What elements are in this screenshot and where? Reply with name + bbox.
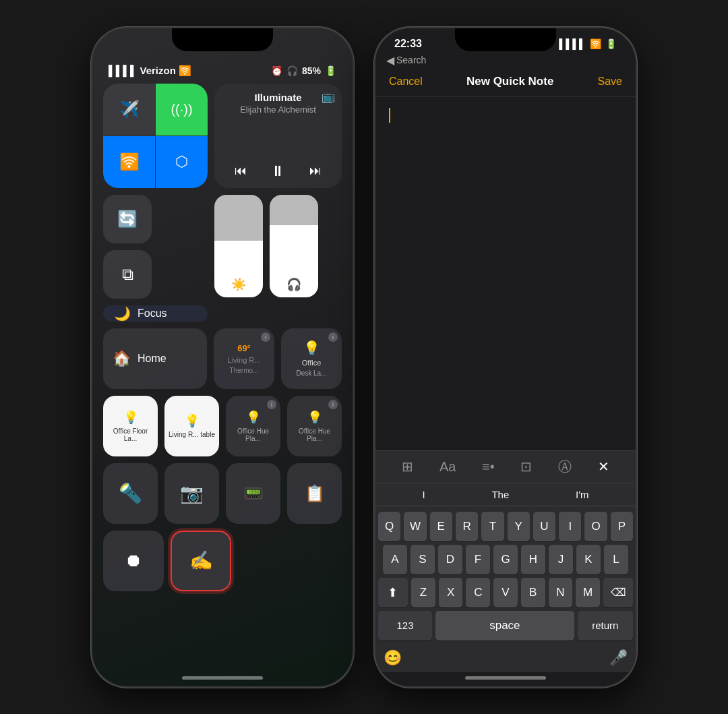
focus-label: Focus <box>138 307 167 320</box>
key-h[interactable]: H <box>521 545 545 574</box>
delete-key[interactable]: ⌫ <box>603 578 633 607</box>
space-key[interactable]: space <box>435 611 574 641</box>
key-q[interactable]: Q <box>378 512 400 541</box>
volume-slider[interactable]: 🎧 <box>270 195 318 297</box>
wifi-icon: 🛜 <box>119 152 140 171</box>
wifi-status-icon: 🛜 <box>590 38 601 49</box>
carrier-label: Verizon <box>140 65 176 76</box>
status-icons: ▌▌▌▌ 🛜 🔋 <box>559 38 617 49</box>
playback-controls: ⏮ ⏸ ⏭ <box>222 162 334 180</box>
notes-body[interactable] <box>375 97 636 450</box>
back-button[interactable]: ◀ Search <box>386 54 426 67</box>
flashlight-button[interactable]: 🔦 <box>103 463 158 524</box>
emoji-button[interactable]: 😊 <box>384 649 402 667</box>
wifi-button[interactable]: 🛜 <box>103 136 155 188</box>
office-hue-2-tile[interactable]: i 💡 Office Hue Pla... <box>287 396 342 456</box>
notes-screen: 22:33 ▌▌▌▌ 🛜 🔋 ◀ Search Cancel New Quick… <box>375 28 636 686</box>
camera-button[interactable]: 📷 <box>164 463 219 524</box>
key-j[interactable]: J <box>549 545 573 574</box>
save-button[interactable]: Save <box>598 76 622 88</box>
list-toolbar-button[interactable]: ≡• <box>482 459 495 475</box>
suggestion-3[interactable]: I'm <box>576 489 589 500</box>
key-a[interactable]: A <box>383 545 407 574</box>
office-hue-1-tile[interactable]: i 💡 Office Hue Pla... <box>226 396 280 456</box>
control-center-screen: ▌▌▌▌ Verizon 🛜 ⏰ 🎧 85% 🔋 ✈️ <box>92 28 353 686</box>
brightness-icon: ☀️ <box>231 277 246 292</box>
desk-lamp-tile[interactable]: i 💡 Office Desk La... <box>281 328 342 389</box>
key-l[interactable]: L <box>604 545 628 574</box>
key-r[interactable]: R <box>456 512 478 541</box>
bluetooth-button[interactable]: ⬡ <box>156 136 208 188</box>
suggestion-2[interactable]: The <box>491 489 509 500</box>
notes-header: Cancel New Quick Note Save <box>375 71 636 97</box>
key-c[interactable]: C <box>466 578 490 607</box>
connectivity-block[interactable]: ✈️ ((·)) 🛜 ⬡ <box>103 84 208 188</box>
key-g[interactable]: G <box>493 545 518 574</box>
key-d[interactable]: D <box>438 545 462 574</box>
cellular-button[interactable]: ((·)) <box>156 84 208 136</box>
remote-button[interactable]: 📟 <box>226 463 280 524</box>
mic-button[interactable]: 🎤 <box>609 649 628 667</box>
key-f[interactable]: F <box>466 545 490 574</box>
battery-status-icon: 🔋 <box>605 38 617 49</box>
notes-toolbar: ⊞ Aa ≡• ⊡ Ⓐ ✕ <box>375 450 636 483</box>
screen-mirror-button[interactable]: ⧉ <box>103 250 152 299</box>
key-m[interactable]: M <box>576 578 600 607</box>
return-key[interactable]: return <box>578 611 633 641</box>
quick-note-button[interactable]: 📋 <box>287 463 342 524</box>
key-e[interactable]: E <box>430 512 452 541</box>
table-toolbar-button[interactable]: ⊞ <box>402 458 413 475</box>
focus-button[interactable]: 🌙 Focus <box>103 305 208 322</box>
key-u[interactable]: U <box>533 512 555 541</box>
key-z[interactable]: Z <box>411 578 435 607</box>
shift-key[interactable]: ⬆ <box>378 578 408 607</box>
home-button[interactable]: 🏠 Home <box>103 328 207 389</box>
thermostat-tile[interactable]: i 69° Living R... Thermo... <box>214 328 274 389</box>
control-center-grid: ✈️ ((·)) 🛜 ⬡ 📺 Illuminat <box>92 77 353 591</box>
key-b[interactable]: B <box>521 578 545 607</box>
key-k[interactable]: K <box>576 545 601 574</box>
key-s[interactable]: S <box>411 545 435 574</box>
now-playing-tile[interactable]: 📺 Illuminate Elijah the Alchemist ⏮ ⏸ ⏭ <box>214 84 342 188</box>
key-x[interactable]: X <box>439 578 463 607</box>
format-toolbar-button[interactable]: Aa <box>439 459 456 475</box>
status-bar: ▌▌▌▌ Verizon 🛜 ⏰ 🎧 85% 🔋 <box>92 62 353 77</box>
airplane-mode-button[interactable]: ✈️ <box>103 84 155 136</box>
brightness-slider[interactable]: ☀️ <box>214 195 263 297</box>
screen-record-button[interactable]: ⏺ <box>103 531 164 591</box>
wifi-icon: 🛜 <box>179 65 191 77</box>
suggestion-1[interactable]: I <box>422 489 425 500</box>
key-v[interactable]: V <box>493 578 518 607</box>
memo-button-highlighted[interactable]: ✍️ <box>171 531 231 591</box>
living-room-table-tile[interactable]: 💡 Living R... table <box>164 396 219 456</box>
left-col: 🔄 ⧉ 🌙 Focus <box>103 195 208 322</box>
keyboard-row-1: Q W E R T Y U I O P <box>378 512 633 541</box>
key-w[interactable]: W <box>404 512 426 541</box>
numbers-key[interactable]: 123 <box>378 611 432 641</box>
rotation-lock-icon: 🔄 <box>117 210 138 229</box>
cellular-icon: ((·)) <box>171 102 192 117</box>
key-i[interactable]: I <box>559 512 581 541</box>
camera-toolbar-button[interactable]: ⊡ <box>520 458 532 475</box>
key-p[interactable]: P <box>611 512 633 541</box>
home-row-2: 💡 Office Floor La... 💡 Living R... table… <box>103 396 342 456</box>
office-floor-lamp-tile[interactable]: 💡 Office Floor La... <box>103 396 158 456</box>
battery-icon: 🔋 <box>325 65 336 76</box>
desk-lamp-label: Office <box>302 359 322 367</box>
text-suggestions: I The I'm <box>375 483 636 506</box>
fast-forward-button[interactable]: ⏭ <box>309 164 322 178</box>
memo-icon: ✍️ <box>189 549 213 572</box>
bluetooth-icon: ⬡ <box>175 153 188 171</box>
key-t[interactable]: T <box>481 512 504 541</box>
rewind-button[interactable]: ⏮ <box>235 164 247 178</box>
screen-rotation-button[interactable]: 🔄 <box>103 195 152 243</box>
floor-lamp-icon: 💡 <box>123 410 138 425</box>
key-o[interactable]: O <box>584 512 607 541</box>
close-toolbar-button[interactable]: ✕ <box>598 458 609 475</box>
cancel-button[interactable]: Cancel <box>389 76 423 88</box>
markup-toolbar-button[interactable]: Ⓐ <box>558 458 572 476</box>
key-y[interactable]: Y <box>508 512 530 541</box>
pause-button[interactable]: ⏸ <box>270 162 285 180</box>
key-n[interactable]: N <box>549 578 573 607</box>
notes-home-bar-area <box>375 672 636 686</box>
